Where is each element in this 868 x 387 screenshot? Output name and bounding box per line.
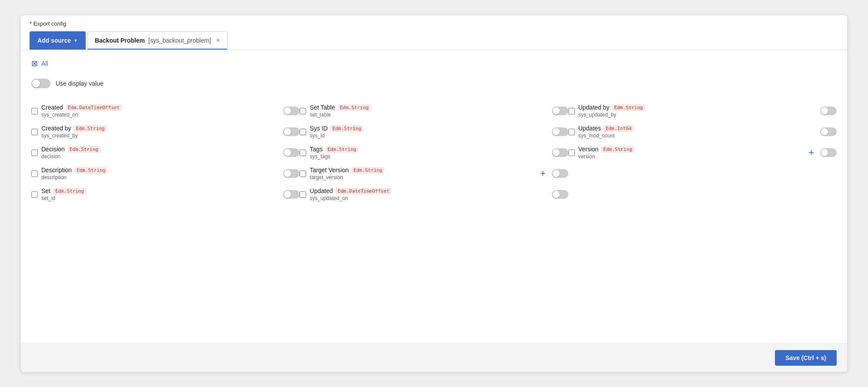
- filter-row: ⊠ All: [31, 59, 837, 68]
- field-checkbox-sys_created_by[interactable]: [31, 129, 38, 135]
- field-column-2: Set TableEdm.Stringset_tableSys IDEdm.St…: [300, 100, 568, 205]
- field-type-badge: Edm.Int64: [604, 125, 634, 132]
- field-type-badge: Edm.String: [74, 167, 107, 173]
- field-sys-name: set_id: [41, 195, 280, 201]
- field-name: Version: [578, 146, 599, 153]
- field-sys-name: sys_tags: [310, 153, 548, 160]
- field-checkbox-description[interactable]: [31, 170, 38, 177]
- field-display-toggle-sys_tags[interactable]: [552, 148, 568, 157]
- field-display-toggle-sys_updated_on[interactable]: [552, 190, 568, 199]
- field-type-badge: Edm.String: [53, 188, 86, 194]
- field-name: Description: [41, 167, 72, 173]
- field-name: Updated: [310, 187, 333, 194]
- field-type-badge: Edm.String: [351, 167, 384, 173]
- field-display-toggle-sys_created_on[interactable]: [283, 107, 300, 115]
- main-window: * Export config Add source ▼ Backout Pro…: [21, 15, 847, 372]
- field-checkbox-target_version[interactable]: [300, 170, 306, 177]
- field-row: TagsEdm.Stringsys_tags: [300, 142, 568, 163]
- field-row: VersionEdm.Stringversion+: [568, 142, 837, 163]
- tab-close-icon[interactable]: ×: [216, 37, 220, 44]
- field-display-toggle-set_table[interactable]: [552, 107, 568, 115]
- field-name: Updates: [578, 125, 601, 132]
- field-checkbox-sys_tags[interactable]: [300, 150, 306, 156]
- field-row: Updated byEdm.Stringsys_updated_by: [568, 100, 837, 121]
- field-row: SetEdm.Stringset_id: [31, 184, 300, 205]
- field-checkbox-set_table[interactable]: [300, 108, 306, 114]
- field-display-toggle-sys_updated_by[interactable]: [820, 107, 837, 115]
- field-display-toggle-sys_id[interactable]: [552, 127, 568, 136]
- field-name: Sys ID: [310, 125, 327, 132]
- add-source-button[interactable]: Add source ▼: [30, 31, 86, 50]
- tabs-row: Add source ▼ Backout Problem [sys_backou…: [30, 31, 838, 50]
- field-name: Created by: [41, 125, 71, 132]
- field-name: Tags: [310, 146, 323, 153]
- add-source-label: Add source: [37, 37, 71, 44]
- content-area: ⊠ All Use display value CreatedEdm.DateT…: [21, 50, 847, 344]
- field-display-toggle-sys_mod_count[interactable]: [820, 127, 837, 136]
- field-checkbox-decision[interactable]: [31, 150, 38, 156]
- field-display-toggle-sys_created_by[interactable]: [283, 127, 300, 136]
- field-checkbox-version[interactable]: [568, 150, 575, 156]
- field-row: UpdatedEdm.DateTimeOffsetsys_updated_on: [300, 184, 568, 205]
- tab-sys-name: [sys_backout_problem]: [148, 37, 211, 44]
- field-sys-name: sys_id: [310, 133, 548, 139]
- field-checkbox-sys_id[interactable]: [300, 129, 306, 135]
- field-display-toggle-description[interactable]: [283, 169, 300, 178]
- field-sys-name: sys_created_on: [41, 112, 280, 118]
- field-display-toggle-decision[interactable]: [283, 148, 300, 157]
- field-checkbox-sys_created_on[interactable]: [31, 108, 38, 114]
- field-type-badge: Edm.DateTimeOffset: [335, 188, 391, 194]
- field-display-toggle-version[interactable]: [820, 148, 837, 157]
- field-type-badge: Edm.String: [612, 104, 645, 111]
- field-info: SetEdm.Stringset_id: [41, 187, 280, 201]
- field-info: Created byEdm.Stringsys_created_by: [41, 125, 280, 139]
- field-name: Target Version: [310, 167, 349, 173]
- field-type-badge: Edm.String: [325, 146, 358, 153]
- field-name: Set: [41, 187, 50, 194]
- export-config-label: * Export config: [30, 20, 838, 27]
- field-info: Set TableEdm.Stringset_table: [310, 104, 548, 118]
- add-condition-button[interactable]: +: [537, 168, 548, 179]
- field-sys-name: set_table: [310, 112, 548, 118]
- filter-icon: ⊠: [31, 59, 38, 68]
- field-info: CreatedEdm.DateTimeOffsetsys_created_on: [41, 104, 280, 118]
- field-type-badge: Edm.DateTimeOffset: [66, 104, 122, 111]
- field-checkbox-set_id[interactable]: [31, 191, 38, 198]
- field-checkbox-sys_updated_on[interactable]: [300, 191, 306, 198]
- field-sys-name: decision: [41, 153, 280, 160]
- field-sys-name: sys_updated_on: [310, 195, 548, 201]
- field-info: VersionEdm.Stringversion: [578, 146, 802, 160]
- field-info: UpdatedEdm.DateTimeOffsetsys_updated_on: [310, 187, 548, 201]
- field-type-badge: Edm.String: [331, 125, 364, 132]
- field-sys-name: sys_updated_by: [578, 112, 817, 118]
- field-row: DescriptionEdm.Stringdescription: [31, 163, 300, 184]
- field-display-toggle-target_version[interactable]: [552, 169, 568, 178]
- field-info: Updated byEdm.Stringsys_updated_by: [578, 104, 817, 118]
- toggle-row: Use display value: [31, 79, 837, 88]
- field-info: DescriptionEdm.Stringdescription: [41, 167, 280, 180]
- add-condition-button[interactable]: +: [806, 147, 817, 158]
- save-button[interactable]: Save (Ctrl + s): [775, 350, 837, 366]
- field-checkbox-sys_mod_count[interactable]: [568, 129, 575, 135]
- field-display-toggle-set_id[interactable]: [283, 190, 300, 199]
- filter-label[interactable]: All: [41, 60, 48, 67]
- field-type-badge: Edm.String: [73, 125, 107, 132]
- field-type-badge: Edm.String: [337, 104, 371, 111]
- footer-bar: Save (Ctrl + s): [21, 344, 847, 372]
- field-row: DecisionEdm.Stringdecision: [31, 142, 300, 163]
- field-row: Target VersionEdm.Stringtarget_version+: [300, 163, 568, 184]
- field-row: UpdatesEdm.Int64sys_mod_count: [568, 121, 837, 142]
- field-info: DecisionEdm.Stringdecision: [41, 146, 280, 160]
- field-checkbox-sys_updated_by[interactable]: [568, 108, 575, 114]
- chevron-down-icon: ▼: [73, 38, 78, 43]
- field-column-3: Updated byEdm.Stringsys_updated_byUpdate…: [568, 100, 837, 205]
- header-bar: * Export config Add source ▼ Backout Pro…: [21, 15, 847, 50]
- fields-grid: CreatedEdm.DateTimeOffsetsys_created_onC…: [31, 100, 837, 205]
- field-info: Sys IDEdm.Stringsys_id: [310, 125, 548, 139]
- field-name: Set Table: [310, 104, 335, 111]
- field-info: Target VersionEdm.Stringtarget_version: [310, 167, 534, 180]
- tab-backout-problem[interactable]: Backout Problem [sys_backout_problem] ×: [87, 31, 227, 50]
- use-display-value-toggle[interactable]: [31, 79, 50, 88]
- field-sys-name: target_version: [310, 174, 534, 180]
- field-row: CreatedEdm.DateTimeOffsetsys_created_on: [31, 100, 300, 121]
